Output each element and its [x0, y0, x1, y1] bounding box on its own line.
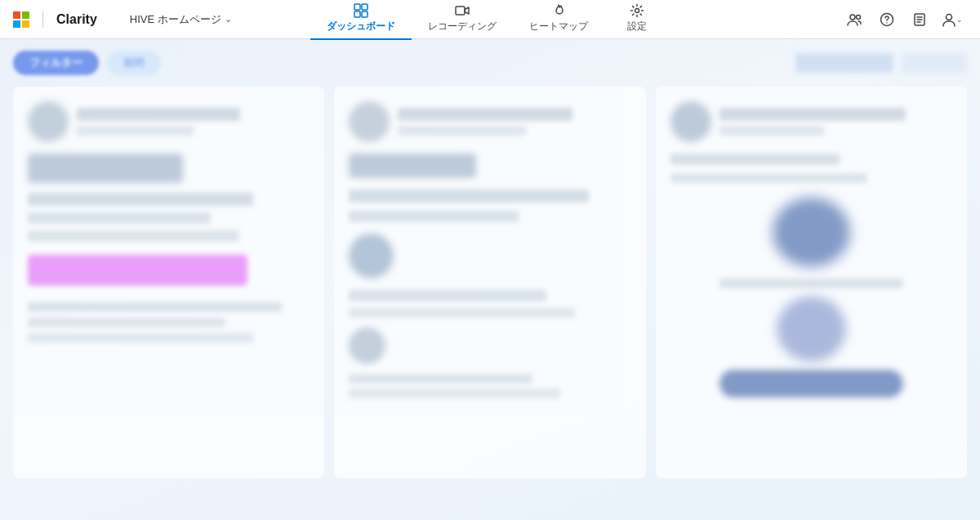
nav-settings-label: 設定: [627, 20, 647, 33]
header: Clarity HIVE ホームページ ⌄ ダッシュボード レコーディング: [0, 0, 980, 39]
main-nav: ダッシュボード レコーディング ヒートマップ 設定: [310, 0, 670, 40]
panel-left-title-area: [77, 108, 310, 136]
chevron-down-icon[interactable]: ⌄: [225, 14, 232, 24]
svg-rect-0: [354, 4, 360, 10]
panel-right-title-area: [719, 108, 952, 136]
pink-button[interactable]: [28, 255, 247, 286]
svg-rect-3: [362, 11, 368, 17]
people-button[interactable]: [840, 5, 869, 34]
grid-icon: [354, 3, 368, 18]
filter-pill-inactive[interactable]: 期間: [107, 51, 161, 75]
ms-grid-icon: [13, 11, 29, 28]
header-divider: [42, 11, 43, 28]
right-top-blur-2: [902, 53, 967, 73]
site-nav[interactable]: HIVE ホームページ ⌄: [117, 12, 232, 27]
brand-name: Clarity: [56, 12, 97, 27]
svg-rect-1: [362, 4, 368, 10]
flame-icon: [551, 3, 566, 18]
dashboard-panels: [0, 80, 980, 485]
nav-dashboard[interactable]: ダッシュボード: [310, 0, 412, 40]
site-nav-label[interactable]: HIVE ホームページ: [130, 12, 221, 27]
nav-recording-label: レコーディング: [428, 20, 497, 33]
help-button[interactable]: [872, 5, 902, 34]
nav-heatmap-label: ヒートマップ: [529, 20, 588, 33]
account-icon: [942, 12, 956, 27]
panel-left: [13, 87, 324, 478]
nav-heatmap[interactable]: ヒートマップ: [513, 0, 604, 40]
help-icon: [880, 12, 894, 27]
document-button[interactable]: [905, 5, 934, 34]
svg-point-5: [635, 9, 639, 13]
account-chevron: ⌄: [956, 16, 963, 24]
svg-point-9: [886, 22, 888, 24]
purple-circle-blob: [777, 296, 846, 362]
panel-center-title-area: [398, 108, 630, 136]
gear-icon: [630, 3, 644, 18]
nav-dashboard-label: ダッシュボード: [327, 20, 395, 33]
nav-settings[interactable]: 設定: [604, 0, 670, 40]
main-content: フィルター 期間: [0, 39, 980, 520]
svg-point-11: [947, 14, 952, 20]
panel-right-header: [670, 101, 952, 142]
panel-left-header: [28, 101, 310, 142]
panel-center-header: [349, 101, 630, 142]
panel-right: [656, 87, 967, 478]
filter-pill-active[interactable]: フィルター: [13, 51, 99, 75]
document-icon: [912, 12, 927, 27]
svg-rect-2: [354, 11, 360, 17]
svg-point-7: [857, 15, 861, 19]
blue-circle-blob: [773, 198, 850, 267]
panel-center: [334, 87, 645, 478]
account-button[interactable]: ⌄: [938, 5, 967, 34]
people-icon: [847, 12, 862, 27]
microsoft-logo: [13, 11, 29, 28]
right-top-blur-1: [795, 53, 893, 73]
svg-point-6: [850, 15, 855, 20]
header-left: Clarity HIVE ホームページ ⌄: [13, 11, 232, 28]
top-bar: フィルター 期間: [0, 39, 980, 80]
header-right: ⌄: [840, 5, 967, 34]
blue-button[interactable]: [719, 370, 902, 398]
svg-rect-4: [456, 7, 465, 15]
nav-recording[interactable]: レコーディング: [412, 0, 513, 40]
video-icon: [455, 3, 470, 18]
